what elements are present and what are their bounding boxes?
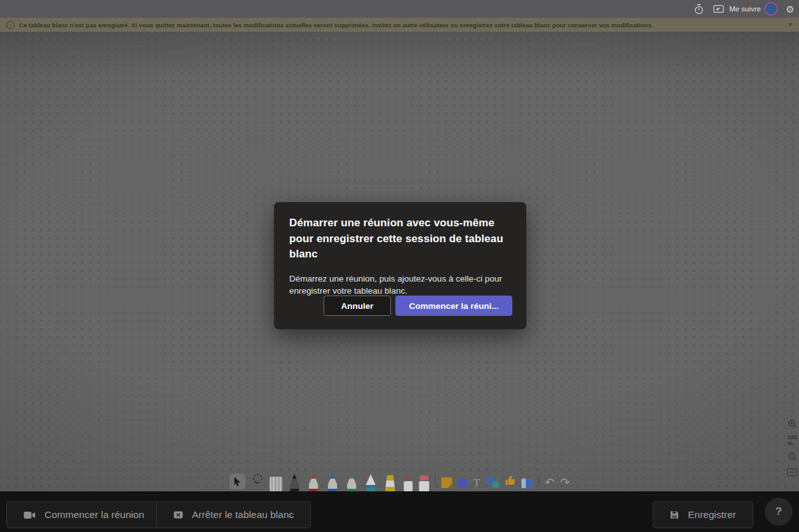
galaxy-pen-tool[interactable] <box>364 474 378 491</box>
text-tool[interactable]: T <box>474 477 480 488</box>
start-meeting-label: Commencer la réunion <box>44 509 144 521</box>
video-camera-icon <box>24 511 36 519</box>
sticky-note-tool[interactable] <box>441 477 452 488</box>
pen-black-tool[interactable] <box>288 474 301 491</box>
zoom-controls: 100 % <box>787 418 799 476</box>
zoom-out-icon[interactable] <box>787 451 798 463</box>
bottom-bar: Commencer la réunion Arrêter le tableau … <box>0 491 799 532</box>
banner-close-icon[interactable]: × <box>788 18 793 32</box>
dialog-title: Démarrer une réunion avec vous-même pour… <box>289 215 511 263</box>
drawing-toolbar: T ↶ ↷ <box>229 470 570 491</box>
stop-whiteboard-icon <box>174 511 183 519</box>
unsaved-warning-banner: i Ce tableau blanc n'est pas enregistré.… <box>0 18 799 32</box>
lasso-icon <box>251 473 264 486</box>
redo-button[interactable]: ↷ <box>560 477 570 488</box>
start-meeting-confirm-button[interactable]: Commencer la réuni... <box>395 296 512 316</box>
thumbs-up-icon <box>505 474 516 486</box>
fit-to-screen-icon[interactable] <box>787 468 797 476</box>
highlighter-tool[interactable] <box>383 475 397 491</box>
reaction-tool[interactable] <box>505 474 516 488</box>
zoom-in-icon[interactable] <box>787 418 798 430</box>
follow-me-label: Me suivre <box>729 5 761 13</box>
comment-tool[interactable] <box>458 478 468 488</box>
info-icon: i <box>6 21 15 29</box>
top-bar: Me suivre ⚙ <box>0 0 799 18</box>
stop-whiteboard-label: Arrêter le tableau blanc <box>192 509 294 521</box>
toolbar-divider <box>538 475 539 487</box>
select-tool[interactable] <box>229 474 245 489</box>
toolbar-divider <box>435 475 435 487</box>
top-bar-controls: Me suivre ⚙ <box>693 0 796 18</box>
pen-blue-tool[interactable] <box>326 474 339 491</box>
help-button[interactable]: ? <box>765 498 793 526</box>
templates-tool[interactable] <box>521 479 533 488</box>
dialog-body: Démarrez une réunion, puis ajoutez-vous … <box>289 273 511 297</box>
banner-message: Ce tableau blanc n'est pas enregistré. S… <box>19 22 653 29</box>
start-meeting-button[interactable]: Commencer la réunion <box>6 501 161 528</box>
stop-whiteboard-button[interactable]: Arrêter le tableau blanc <box>156 501 311 528</box>
timer-icon[interactable] <box>693 3 704 15</box>
cancel-button[interactable]: Annuler <box>324 296 391 316</box>
share-screen-icon <box>713 3 724 15</box>
lasso-select-tool[interactable] <box>251 473 264 488</box>
avatar <box>766 4 776 14</box>
laser-pointer-tool[interactable] <box>403 475 413 491</box>
dialog-actions: Annuler Commencer la réuni... <box>324 296 512 316</box>
undo-button[interactable]: ↶ <box>545 477 554 488</box>
pen-green-tool[interactable] <box>345 474 359 491</box>
zoom-level: 100 % <box>787 434 799 447</box>
eraser-pen-tool[interactable] <box>419 475 429 491</box>
pen-red-tool[interactable] <box>307 474 320 491</box>
gear-icon[interactable]: ⚙ <box>784 3 796 15</box>
eraser-tool[interactable] <box>270 477 282 491</box>
start-meeting-dialog: Démarrer une réunion avec vous-même pour… <box>274 202 526 329</box>
shapes-tool[interactable] <box>486 476 499 488</box>
follow-me-control[interactable]: Me suivre <box>713 3 776 15</box>
cursor-arrow-icon <box>232 476 242 487</box>
save-button[interactable]: Enregistrer <box>653 501 753 528</box>
save-label: Enregistrer <box>688 509 736 521</box>
save-icon <box>670 510 679 519</box>
